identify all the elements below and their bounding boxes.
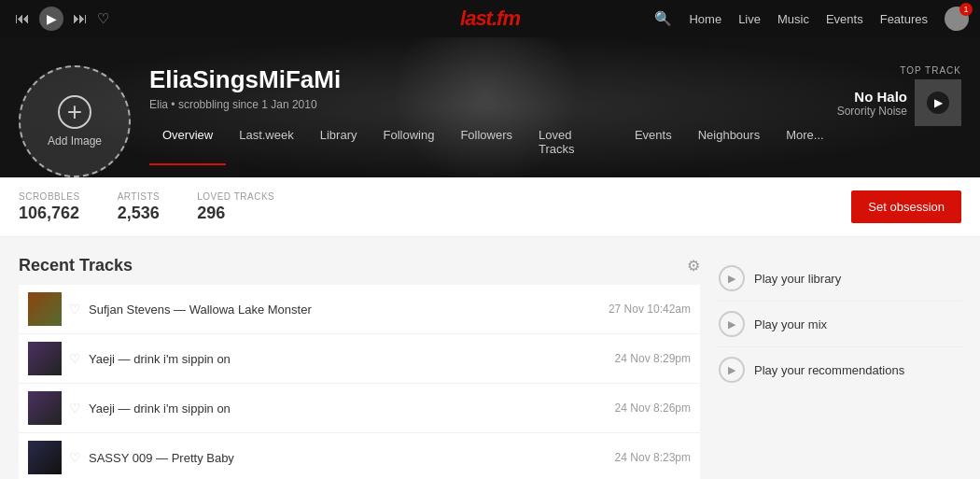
- tab-neighbours[interactable]: Neighbours: [685, 120, 774, 165]
- track-name: Wallowa Lake Monster: [189, 303, 312, 317]
- profile-info: EliaSingsMiFaMi Elia • scrobbling since …: [149, 56, 837, 165]
- play-button[interactable]: ▶: [39, 7, 63, 31]
- tab-following[interactable]: Following: [370, 120, 447, 165]
- artists-value: 2,536: [118, 204, 161, 223]
- add-image-button[interactable]: + Add Image: [19, 65, 131, 177]
- top-track-name: No Halo: [837, 89, 907, 105]
- tab-events[interactable]: Events: [622, 120, 685, 165]
- track-time: 24 Nov 8:26pm: [615, 402, 691, 415]
- stats-bar: SCROBBLES 106,762 ARTISTS 2,536 LOVED TR…: [0, 177, 980, 237]
- nav-events[interactable]: Events: [826, 12, 863, 26]
- separator: —: [174, 303, 189, 317]
- track-item: ♡ Yaeji — drink i'm sippin on 24 Nov 8:2…: [19, 334, 700, 384]
- track-name: drink i'm sippin on: [133, 402, 231, 416]
- play-circle-icon: ▶: [719, 311, 745, 337]
- nav-live[interactable]: Live: [738, 12, 761, 26]
- track-time: 24 Nov 8:29pm: [615, 352, 691, 365]
- separator: —: [156, 451, 172, 465]
- top-track-text: No Halo Sorority Noise: [837, 89, 907, 118]
- top-track-artist: Sorority Noise: [837, 105, 907, 118]
- scrobbles-stat: SCROBBLES 106,762: [19, 191, 80, 223]
- heart-icon[interactable]: ♡: [97, 10, 109, 27]
- tab-more[interactable]: More...: [773, 120, 836, 165]
- artists-label: ARTISTS: [118, 191, 161, 202]
- track-info: SASSY 009 — Pretty Baby: [89, 451, 608, 465]
- track-artist: Sufjan Stevens: [89, 303, 170, 317]
- nav-music[interactable]: Music: [777, 12, 809, 26]
- tab-loved-tracks[interactable]: Loved Tracks: [525, 120, 622, 165]
- track-item: ♡ SASSY 009 — Pretty Baby 24 Nov 8:23pm: [19, 433, 700, 479]
- separator: —: [119, 402, 134, 416]
- profile-header: + Add Image EliaSingsMiFaMi Elia • scrob…: [0, 37, 980, 177]
- top-track-thumbnail[interactable]: ▶: [915, 79, 961, 126]
- tab-followers[interactable]: Followers: [447, 120, 525, 165]
- search-icon[interactable]: 🔍: [654, 10, 672, 27]
- set-obsession-button[interactable]: Set obsession: [851, 190, 961, 223]
- scrobbles-label: SCROBBLES: [19, 191, 80, 202]
- track-artist: SASSY 009: [89, 451, 152, 465]
- tab-lastweek[interactable]: Last.week: [226, 120, 307, 165]
- top-track-box: TOP TRACK No Halo Sorority Noise ▶: [837, 56, 961, 126]
- track-thumbnail[interactable]: [28, 342, 62, 375]
- play-options: ▶ Play your library ▶ Play your mix ▶ Pl…: [719, 256, 961, 392]
- loved-stat: LOVED TRACKS 296: [197, 191, 274, 223]
- track-info: Yaeji — drink i'm sippin on: [89, 402, 608, 416]
- track-item: ♡ Sufjan Stevens — Wallowa Lake Monster …: [19, 285, 700, 334]
- top-track-label: TOP TRACK: [900, 65, 961, 76]
- nav-links: 🔍 Home Live Music Events Features 1: [654, 7, 969, 31]
- track-thumbnail[interactable]: [28, 441, 62, 474]
- recent-tracks-title: Recent Tracks: [19, 256, 133, 275]
- track-name: Pretty Baby: [172, 451, 234, 465]
- play-option-label: Play your mix: [754, 317, 827, 331]
- play-circle-icon: ▶: [719, 265, 745, 291]
- track-info: Yaeji — drink i'm sippin on: [89, 352, 608, 366]
- plus-icon: +: [58, 95, 91, 129]
- player-controls: ⏮ ▶ ⏭ ♡: [11, 7, 109, 31]
- loved-value: 296: [197, 204, 274, 223]
- track-list: ♡ Sufjan Stevens — Wallowa Lake Monster …: [19, 285, 700, 479]
- nav-home[interactable]: Home: [689, 12, 721, 26]
- next-button[interactable]: ⏭: [69, 8, 91, 29]
- separator: —: [119, 352, 134, 366]
- play-option-label: Play your recommendations: [754, 363, 904, 377]
- play-circle-icon: ▶: [719, 357, 745, 383]
- play-option[interactable]: ▶ Play your recommendations: [719, 347, 961, 392]
- track-time: 24 Nov 8:23pm: [615, 451, 691, 464]
- left-column: Recent Tracks ⚙ ♡ Sufjan Stevens — Wallo…: [19, 256, 700, 479]
- avatar[interactable]: 1: [945, 7, 969, 31]
- track-artist: Yaeji: [89, 352, 115, 366]
- main-content: Recent Tracks ⚙ ♡ Sufjan Stevens — Wallo…: [0, 237, 980, 479]
- add-image-label: Add Image: [48, 134, 102, 148]
- heart-icon[interactable]: ♡: [69, 401, 81, 416]
- play-option-label: Play your library: [754, 272, 841, 286]
- heart-icon[interactable]: ♡: [69, 450, 81, 465]
- track-item: ♡ Yaeji — drink i'm sippin on 24 Nov 8:2…: [19, 384, 700, 433]
- track-info: Sufjan Stevens — Wallowa Lake Monster: [89, 303, 601, 317]
- recent-tracks-header: Recent Tracks ⚙: [19, 256, 700, 275]
- artists-stat: ARTISTS 2,536: [118, 191, 161, 223]
- notification-badge: 1: [959, 3, 973, 16]
- tab-library[interactable]: Library: [307, 120, 371, 165]
- profile-subtitle: Elia • scrobbling since 1 Jan 2010: [149, 98, 837, 111]
- gear-icon[interactable]: ⚙: [687, 257, 700, 275]
- top-track-content: No Halo Sorority Noise ▶: [837, 79, 961, 126]
- profile-name: EliaSingsMiFaMi: [149, 65, 837, 94]
- track-time: 27 Nov 10:42am: [609, 303, 691, 316]
- track-thumbnail[interactable]: [28, 292, 62, 326]
- scrobbles-value: 106,762: [19, 204, 80, 223]
- profile-tabs: Overview Last.week Library Following Fol…: [149, 120, 837, 165]
- nav-features[interactable]: Features: [880, 12, 928, 26]
- track-artist: Yaeji: [89, 402, 115, 416]
- track-name: drink i'm sippin on: [133, 352, 231, 366]
- play-overlay-icon: ▶: [927, 92, 949, 114]
- play-option[interactable]: ▶ Play your mix: [719, 302, 961, 347]
- play-option[interactable]: ▶ Play your library: [719, 256, 961, 302]
- track-thumbnail[interactable]: [28, 391, 62, 425]
- prev-button[interactable]: ⏮: [11, 8, 34, 29]
- top-navigation: ⏮ ▶ ⏭ ♡ last.fm 🔍 Home Live Music Events…: [0, 0, 980, 37]
- heart-icon[interactable]: ♡: [69, 351, 81, 366]
- tab-overview[interactable]: Overview: [149, 120, 226, 165]
- loved-label: LOVED TRACKS: [197, 191, 274, 202]
- right-column: ▶ Play your library ▶ Play your mix ▶ Pl…: [719, 256, 961, 479]
- heart-icon[interactable]: ♡: [69, 302, 81, 317]
